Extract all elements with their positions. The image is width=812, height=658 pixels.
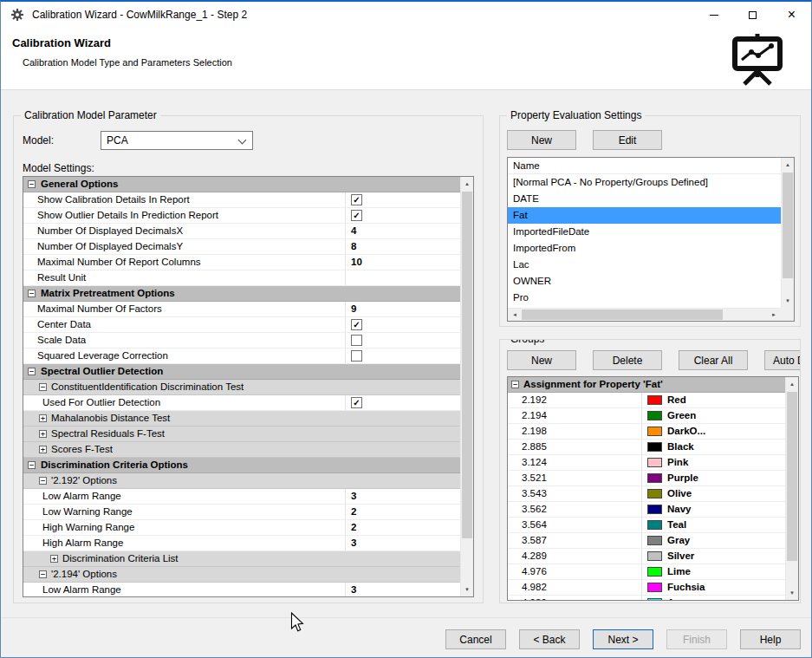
grid-property-row[interactable]: High Alarm Range3	[23, 536, 460, 551]
group-assignment-row[interactable]: 3.543Olive	[508, 486, 785, 502]
groups-auto-detect-button[interactable]: Auto De	[764, 350, 801, 370]
grid-category-row[interactable]: −Matrix Pretreatment Options	[23, 286, 460, 302]
cancel-button[interactable]: Cancel	[445, 629, 506, 649]
property-list-item[interactable]: OWNER	[508, 273, 781, 290]
property-value[interactable]: 3	[351, 537, 356, 548]
property-value[interactable]: 2	[351, 506, 356, 517]
scroll-down-icon[interactable]: ▼	[782, 294, 794, 308]
group-assignment-row[interactable]: 3.521Purple	[508, 471, 785, 486]
next-button[interactable]: Next >	[593, 629, 653, 649]
group-assignment-row[interactable]: 4.989Aqua	[508, 596, 785, 600]
property-value[interactable]: 2	[351, 522, 356, 532]
grid-property-row[interactable]: High Warning Range2	[23, 520, 460, 536]
groups-clear-all-button[interactable]: Clear All	[679, 350, 748, 370]
collapse-icon[interactable]: −	[28, 180, 36, 188]
group-assignment-row[interactable]: 4.976Lime	[508, 564, 785, 580]
property-value[interactable]: 4	[351, 225, 356, 236]
property-list-item[interactable]: Lac	[508, 257, 781, 273]
scroll-up-icon[interactable]: ▲	[786, 377, 798, 391]
grid-property-row[interactable]: Squared Leverage Correction	[23, 349, 460, 364]
model-dropdown[interactable]: PCA	[101, 131, 253, 150]
grid-property-row[interactable]: Low Alarm Range3	[23, 583, 460, 596]
assignment-header-row[interactable]: − Assignment for Property 'Fat'	[508, 377, 785, 393]
collapse-icon[interactable]: −	[28, 290, 36, 297]
scrollbar-thumb[interactable]	[787, 392, 797, 561]
property-list-item[interactable]: Fat	[508, 207, 781, 224]
group-assignment-row[interactable]: 2.192Red	[508, 393, 785, 408]
scroll-down-icon[interactable]: ▼	[461, 583, 473, 596]
property-edit-button[interactable]: Edit	[593, 130, 662, 150]
group-assignment-row[interactable]: 2.885Black	[508, 440, 785, 455]
groups-delete-button[interactable]: Delete	[593, 350, 662, 370]
close-button[interactable]: ×	[772, 2, 811, 28]
checkbox-icon[interactable]: ✓	[351, 319, 362, 330]
property-list-item[interactable]: ImportedFrom	[508, 240, 781, 257]
scroll-right-icon[interactable]: ►	[767, 309, 781, 321]
checkbox-icon[interactable]	[351, 335, 362, 346]
grid-subcategory-row[interactable]: −'2.194' Options	[23, 567, 460, 583]
grid-subcategory-row[interactable]: −'2.192' Options	[23, 473, 460, 489]
grid-subcategory-row[interactable]: +Discrimination Criteria List	[23, 551, 460, 567]
scrollbar-thumb[interactable]	[783, 173, 793, 278]
scroll-up-icon[interactable]: ▲	[461, 177, 473, 191]
grid-property-row[interactable]: Scale Data	[23, 333, 460, 349]
group-assignment-row[interactable]: 3.124Pink	[508, 455, 785, 471]
grid-property-row[interactable]: Show Outlier Details In Prediction Repor…	[23, 208, 460, 224]
expand-icon[interactable]: +	[39, 446, 47, 453]
grid-property-row[interactable]: Result Unit	[23, 270, 460, 286]
model-grid-scrollbar[interactable]: ▲ ▼	[460, 177, 473, 596]
group-assignment-row[interactable]: 4.982Fuchsia	[508, 580, 785, 596]
property-list-item[interactable]: DATE	[508, 191, 781, 207]
property-list-item[interactable]: Pro	[508, 290, 781, 306]
back-button[interactable]: < Back	[519, 629, 580, 649]
grid-category-row[interactable]: −Discrimination Criteria Options	[23, 458, 460, 473]
checkbox-icon[interactable]	[351, 350, 362, 362]
collapse-icon[interactable]: −	[28, 368, 36, 375]
property-new-button[interactable]: New	[507, 130, 576, 150]
maximize-button[interactable]	[733, 2, 772, 28]
grid-property-row[interactable]: Center Data✓	[23, 317, 460, 333]
group-assignment-row[interactable]: 2.198DarkO...	[508, 424, 785, 440]
property-list-item[interactable]: [Normal PCA - No Property/Groups Defined…	[508, 174, 781, 191]
minimize-button[interactable]	[694, 2, 733, 28]
groups-table-scrollbar[interactable]: ▲ ▼	[785, 377, 798, 600]
scrollbar-thumb[interactable]	[462, 192, 472, 538]
scroll-left-icon[interactable]: ◄	[508, 309, 522, 321]
grid-subcategory-row[interactable]: +Scores F-Test	[23, 442, 460, 458]
property-list-item[interactable]: ImportedFileDate	[508, 224, 781, 240]
collapse-icon[interactable]: −	[39, 570, 47, 578]
grid-property-row[interactable]: Maximal Number Of Report Columns10	[23, 255, 460, 270]
group-assignment-row[interactable]: 3.564Teal	[508, 518, 785, 533]
grid-property-row[interactable]: Used For Outlier Detection✓	[23, 395, 460, 411]
property-list-hscrollbar[interactable]: ◄ ►	[508, 308, 781, 321]
group-assignment-row[interactable]: 3.562Navy	[508, 502, 785, 518]
grid-property-row[interactable]: Number Of Displayed DecimalsY8	[23, 239, 460, 255]
scroll-up-icon[interactable]: ▲	[782, 158, 794, 172]
group-assignment-row[interactable]: 4.289Silver	[508, 549, 785, 564]
grid-property-row[interactable]: Number Of Displayed DecimalsX4	[23, 224, 460, 239]
scrollbar-thumb[interactable]	[522, 309, 723, 320]
property-list-vscrollbar[interactable]: ▲ ▼	[781, 158, 794, 308]
collapse-icon[interactable]: −	[511, 381, 519, 388]
property-value[interactable]: 3	[351, 584, 356, 595]
grid-subcategory-row[interactable]: +Mahalanobis Distance Test	[23, 411, 460, 427]
expand-icon[interactable]: +	[39, 414, 47, 422]
property-value[interactable]: 8	[351, 241, 356, 251]
collapse-icon[interactable]: −	[39, 383, 47, 391]
checkbox-icon[interactable]: ✓	[351, 194, 362, 205]
grid-property-row[interactable]: Maximal Number Of Factors9	[23, 302, 460, 317]
grid-property-row[interactable]: Low Warning Range2	[23, 505, 460, 520]
grid-property-row[interactable]: Show Calibration Details In Report✓	[23, 192, 460, 208]
grid-subcategory-row[interactable]: +Spectral Residuals F-Test	[23, 427, 460, 442]
group-assignment-row[interactable]: 2.194Green	[508, 408, 785, 424]
grid-category-row[interactable]: −Spectral Outlier Detection	[23, 364, 460, 380]
checkbox-icon[interactable]: ✓	[351, 397, 362, 408]
expand-icon[interactable]: +	[39, 430, 47, 438]
scroll-down-icon[interactable]: ▼	[786, 586, 798, 600]
grid-subcategory-row[interactable]: −ConstituentIdentification Discriminatio…	[23, 380, 460, 395]
help-button[interactable]: Help	[740, 629, 801, 649]
collapse-icon[interactable]: −	[39, 477, 47, 485]
collapse-icon[interactable]: −	[28, 461, 36, 469]
group-assignment-row[interactable]: 3.587Gray	[508, 533, 785, 549]
checkbox-icon[interactable]: ✓	[351, 210, 362, 221]
